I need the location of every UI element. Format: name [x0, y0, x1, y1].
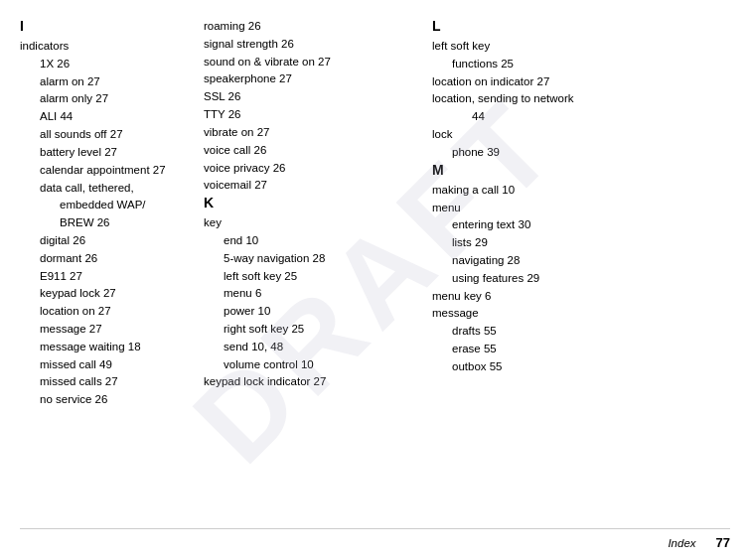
index-entry: power 10: [204, 303, 422, 321]
index-entry: phone 39: [432, 144, 720, 162]
index-entry: SSL 26: [204, 88, 422, 106]
index-entry: speakerphone 27: [204, 70, 422, 88]
index-entry: location on indicator 27: [432, 73, 720, 91]
index-entry: voicemail 27: [204, 177, 422, 195]
footer-page: 77: [716, 535, 730, 550]
column-right: Lleft soft keyfunctions 25location on in…: [432, 18, 730, 522]
index-entry: roaming 26: [204, 18, 422, 36]
index-entry: alarm only 27: [20, 90, 194, 108]
section-letter: M: [432, 162, 720, 178]
index-entry: voice privacy 26: [204, 160, 422, 178]
index-entry: menu key 6: [432, 288, 720, 306]
column-left: Iindicators1X 26alarm on 27alarm only 27…: [20, 18, 204, 522]
section-letter: L: [432, 18, 720, 34]
index-entry: all sounds off 27: [20, 126, 194, 144]
index-entry: missed calls 27: [20, 373, 194, 391]
index-entry: TTY 26: [204, 106, 422, 124]
index-entry: menu 6: [204, 285, 422, 303]
index-entry: embedded WAP/: [20, 197, 194, 214]
index-entry: no service 26: [20, 391, 194, 409]
index-entry: send 10, 48: [204, 339, 422, 356]
index-entry: end 10: [204, 232, 422, 250]
index-entry: BREW 26: [20, 214, 194, 232]
index-section: roaming 26signal strength 26sound on & v…: [204, 18, 422, 195]
index-entry: indicators: [20, 38, 194, 56]
index-entry: message 27: [20, 321, 194, 339]
section-letter: I: [20, 18, 194, 34]
index-section: Iindicators1X 26alarm on 27alarm only 27…: [20, 18, 194, 409]
index-entry: erase 55: [432, 341, 720, 358]
index-entry: ALI 44: [20, 108, 194, 126]
index-entry: left soft key: [432, 38, 720, 56]
index-entry: digital 26: [20, 232, 194, 250]
index-entry: E911 27: [20, 268, 194, 286]
index-entry: vibrate on 27: [204, 124, 422, 142]
index-section: Mmaking a call 10menuentering text 30lis…: [432, 162, 720, 376]
index-entry: signal strength 26: [204, 36, 422, 54]
index-entry: battery level 27: [20, 144, 194, 162]
index-entry: using features 29: [432, 270, 720, 288]
index-entry: 44: [432, 108, 720, 126]
index-entry: location, sending to network: [432, 90, 720, 108]
columns-wrapper: Iindicators1X 26alarm on 27alarm only 27…: [20, 18, 730, 522]
index-entry: lists 29: [432, 234, 720, 252]
index-entry: data call, tethered,: [20, 180, 194, 198]
index-entry: drafts 55: [432, 323, 720, 341]
index-entry: calendar appointment 27: [20, 162, 194, 180]
index-section: Lleft soft keyfunctions 25location on in…: [432, 18, 720, 162]
index-section: Kkeyend 105-way navigation 28left soft k…: [204, 195, 422, 391]
footer-label: Index: [668, 537, 695, 549]
index-entry: message: [432, 305, 720, 323]
index-entry: right soft key 25: [204, 321, 422, 339]
index-entry: message waiting 18: [20, 339, 194, 356]
index-entry: outbox 55: [432, 358, 720, 376]
section-letter: K: [204, 195, 422, 210]
index-entry: menu: [432, 200, 720, 217]
index-entry: making a call 10: [432, 182, 720, 200]
column-middle: roaming 26signal strength 26sound on & v…: [204, 18, 432, 522]
index-entry: dormant 26: [20, 250, 194, 268]
index-entry: functions 25: [432, 56, 720, 73]
index-entry: lock: [432, 126, 720, 144]
index-entry: 1X 26: [20, 56, 194, 73]
page-container: DRAFT Iindicators1X 26alarm on 27alarm o…: [0, 0, 750, 560]
index-entry: entering text 30: [432, 216, 720, 234]
index-entry: 5-way navigation 28: [204, 250, 422, 268]
index-entry: navigating 28: [432, 252, 720, 270]
index-entry: keypad lock 27: [20, 285, 194, 303]
index-entry: voice call 26: [204, 142, 422, 160]
index-entry: alarm on 27: [20, 73, 194, 91]
index-entry: left soft key 25: [204, 268, 422, 286]
index-entry: volume control 10: [204, 356, 422, 374]
index-entry: keypad lock indicator 27: [204, 373, 422, 391]
index-entry: key: [204, 214, 422, 232]
index-entry: sound on & vibrate on 27: [204, 54, 422, 71]
footer: Index 77: [20, 528, 730, 550]
index-entry: location on 27: [20, 303, 194, 321]
index-entry: missed call 49: [20, 356, 194, 374]
